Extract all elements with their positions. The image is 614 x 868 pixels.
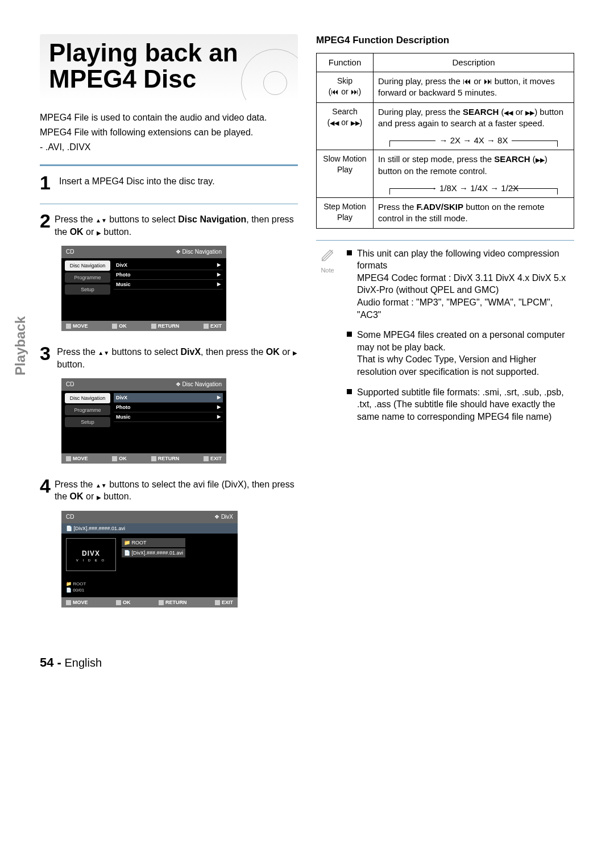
play-icon [97, 491, 101, 501]
desc-step: Press the F.ADV/SKIP button on the remot… [374, 198, 574, 229]
pencil-icon [320, 247, 335, 263]
divider [40, 204, 298, 204]
osd-move: MOVE [66, 599, 88, 606]
divider [316, 240, 574, 241]
osd-row-photo: Photo [114, 270, 223, 280]
function-table: Function Description Skip ( or ) During … [316, 53, 574, 229]
osd-root-label: ROOT [66, 581, 86, 588]
osd-return: RETURN [151, 455, 180, 462]
skip-prev-icon [463, 76, 471, 86]
forward-icon [351, 118, 360, 127]
col-description: Description [374, 53, 574, 72]
osd-move: MOVE [66, 455, 88, 462]
forward-icon [525, 107, 534, 117]
desc-slow: In still or step mode, press the SEARCH … [374, 150, 574, 198]
osd-row-music: Music [114, 280, 223, 290]
down-icon [101, 480, 107, 489]
step-3: 3 Press the buttons to select DivX, then… [40, 344, 298, 370]
osd-exit: EXIT [204, 323, 222, 329]
row-skip: Skip ( or ) [317, 72, 374, 103]
function-table-title: MPEG4 Function Description [316, 34, 574, 47]
skip-next-icon [351, 87, 359, 96]
osd-row-divx: DivX [114, 261, 223, 270]
up-icon [96, 214, 101, 224]
osd-ok: OK [112, 323, 127, 329]
osd-exit: EXIT [204, 455, 222, 462]
note-item-2: Some MPEG4 files created on a personal c… [347, 329, 574, 378]
rewind-icon [330, 118, 339, 127]
divider [40, 164, 298, 166]
play-icon [97, 227, 101, 237]
section-tab: Playback [11, 316, 30, 375]
osd-row-music: Music [114, 412, 223, 422]
osd-ok: OK [116, 599, 131, 606]
desc-search: During play, press the SEARCH ( or ) but… [374, 102, 574, 150]
osd-screenshot-divx: CD ❖ Disc Navigation Disc Navigation Pro… [61, 378, 226, 464]
osd-tab-discnav: Disc Navigation [65, 261, 110, 271]
osd-tab-programme: Programme [65, 405, 110, 415]
osd-file: [DivX].###.####.01.avi [122, 548, 185, 557]
note-block: Note This unit can play the following vi… [316, 247, 574, 431]
osd-folder-root: ROOT [122, 538, 185, 547]
rewind-icon [504, 107, 513, 117]
down-icon [103, 347, 109, 357]
row-search: Search ( or ) [317, 102, 374, 150]
up-icon [98, 347, 103, 357]
osd-tab-setup: Setup [65, 417, 110, 427]
osd-exit: EXIT [215, 599, 233, 606]
row-step: Step Motion Play [317, 198, 374, 229]
step-2: 2 Press the buttons to select Disc Navig… [40, 211, 298, 238]
osd-tab-programme: Programme [65, 272, 110, 283]
osd-tab-setup: Setup [65, 284, 110, 295]
osd-counter: 00/01 [66, 588, 86, 594]
intro-text: MPEG4 File is used to contain the audio … [40, 111, 298, 153]
divx-logo: DIVX V I D E O [66, 538, 116, 571]
osd-tab-discnav: Disc Navigation [65, 393, 110, 403]
osd-screenshot-nav: CD ❖ Disc Navigation Disc Navigation Pro… [61, 246, 226, 331]
note-item-3: Supported subtitle file formats: .smi, .… [347, 386, 574, 423]
osd-move: MOVE [66, 323, 88, 329]
search-speed-chain: → 2X → 4X → 8X [378, 135, 569, 146]
step-4: 4 Press the buttons to select the avi fi… [40, 476, 298, 503]
note-label: Note [316, 266, 339, 275]
osd-screenshot-file: CD ❖ DivX [DivX].###.####.01.avi DIVX V … [61, 511, 238, 607]
desc-skip: During play, press the or button, it mov… [374, 72, 574, 103]
skip-prev-icon [331, 87, 339, 96]
osd-return: RETURN [159, 599, 187, 606]
osd-row-divx: DivX [114, 393, 223, 403]
note-item-1: This unit can play the following video c… [347, 247, 574, 321]
down-icon [101, 214, 107, 224]
osd-row-photo: Photo [114, 403, 223, 412]
row-slow: Slow Motion Play [317, 150, 374, 198]
slow-speed-chain: → 1/8X → 1/4X → 1/2X [378, 183, 569, 194]
skip-next-icon [484, 76, 492, 86]
step-1: 1 Insert a MPEG4 Disc into the disc tray… [40, 173, 298, 192]
col-function: Function [317, 53, 374, 72]
page-footer: 54 - English [40, 654, 574, 671]
osd-selected-file: [DivX].###.####.01.avi [61, 523, 238, 534]
section-title-box: Playing back an MPEG4 Disc [40, 34, 298, 100]
play-icon [293, 347, 297, 357]
up-icon [96, 480, 101, 489]
forward-icon [536, 154, 545, 164]
osd-return: RETURN [151, 323, 180, 329]
osd-ok: OK [112, 455, 127, 462]
